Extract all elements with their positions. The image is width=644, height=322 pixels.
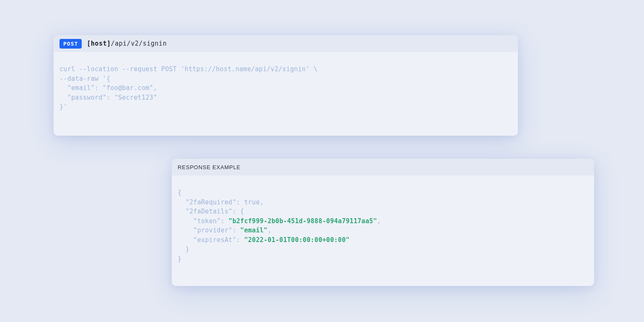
json-string: "b2fcf999-2b0b-451d-9888-094a79117aa5" (228, 217, 377, 225)
json-string: "email" (240, 227, 267, 234)
json-brace-close: } (178, 245, 189, 253)
json-key: "token" (193, 217, 220, 225)
json-colon: : (233, 227, 241, 234)
curl-line: --data-raw '{ (59, 75, 110, 82)
curl-line: "password": "Secret123" (59, 94, 157, 101)
json-key: "expiresAt" (193, 236, 236, 244)
json-key: "2faRequired" (186, 198, 236, 206)
curl-line: }' (59, 103, 67, 111)
curl-line: curl --location --request POST 'https://… (59, 65, 318, 73)
json-colon: : (221, 217, 229, 225)
json-comma: , (268, 227, 272, 234)
response-body-code: { "2faRequired": true, "2faDetails": { "… (172, 175, 594, 269)
endpoint-path: /api/v2/signin (111, 40, 167, 47)
request-header: POST [host]/api/v2/signin (54, 35, 518, 52)
response-header: RESPONSE EXAMPLE (172, 159, 594, 175)
json-brace-close: } (178, 255, 181, 263)
json-colon: : (236, 236, 244, 244)
json-key: "provider" (193, 227, 232, 234)
response-title: RESPONSE EXAMPLE (178, 164, 241, 170)
json-literal: true (244, 198, 260, 206)
http-method-badge: POST (59, 39, 82, 49)
response-card: RESPONSE EXAMPLE { "2faRequired": true, … (172, 159, 594, 286)
endpoint-url: [host]/api/v2/signin (87, 40, 167, 47)
json-comma: , (260, 198, 264, 206)
request-card: POST [host]/api/v2/signin curl --locatio… (54, 35, 518, 136)
curl-line: "email": "foo@bar.com", (59, 84, 157, 92)
json-comma: , (377, 217, 381, 225)
json-colon: : (236, 198, 244, 206)
json-key: "2faDetails" (186, 208, 233, 215)
json-brace-open: { (178, 189, 181, 196)
endpoint-host: [host] (87, 40, 111, 47)
request-body-code: curl --location --request POST 'https://… (54, 52, 518, 118)
json-colon: : { (233, 208, 244, 215)
json-string: "2022-01-01T00:00:00+00:00" (244, 236, 350, 244)
